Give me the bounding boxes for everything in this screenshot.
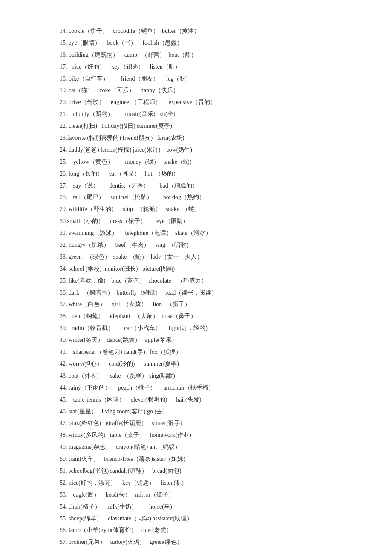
list-item: 33. green （绿色） snake （蛇） lady（女士，夫人） [60,251,341,263]
list-item: 19. cat（猫） coke（可乐） happy（快乐） [60,85,341,96]
list-item: 39. radio（收音机） car（小汽车） light(灯，轻的) [60,323,341,334]
list-item: 41. sharpener（卷笔刀) hand(手) fox（狐狸） [60,347,341,358]
list-item: 30.small（小的） dress（裙子） eye（眼睛） [60,216,341,227]
list-item: 44. rainy（下雨的） peach（桃子） armchair（扶手椅） [60,382,341,393]
list-item: 42. worry(担心） cold(冷的) summer(夏季) [60,358,341,370]
list-item: 53. eagle(鹰） head(头） mirror（镜子） [60,489,341,500]
list-item: 34. school (学校) monitor(班长) picture(图画) [60,263,341,275]
list-item: 14. cookie（饼干） crocodile（鳄鱼） butter（黄油） [60,26,341,37]
list-item: 31. swimming（游泳） telephone（电话） skate（滑冰） [60,228,341,239]
list-item: 52. nice(好的，漂亮） key（钥匙） listen(听) [60,477,341,489]
list-item: 47. pink(粉红色) giraffe(长颈鹿） singer(歌手) [60,418,341,429]
list-item: 20. drive（驾驶） engineer（工程师） expensive（贵的… [60,97,341,108]
list-item: 37. white（白色） girl （女孩） lion （狮子） [60,299,341,310]
list-item: 49. magazine(杂志） crayon(蜡笔) ant（蚂蚁） [60,442,341,453]
list-item: 56. lamb（小羊)gym(体育馆） tiger(老虎） [60,525,341,536]
list-item: 25. yellow（黄色） money（钱） snake（蛇） [60,156,341,168]
list-item: 29. wildlife（野生的） ship （轮船） snake （蛇） [60,204,341,215]
list-item: 38. pen（钢笔） elephant （大象） nose（鼻子） [60,311,341,322]
list-item: 17. nice（好的） key（钥匙） listen（听） [60,61,341,72]
list-item: 22. clean(打扫) holiday(假日) summer(夏季) [60,121,341,132]
list-item: 50. train(火车） French-fries（薯条)sister（姐妹） [60,454,341,465]
list-item: 26. long（长的） ear（耳朵） hot （热的） [60,168,341,179]
list-item: 21. cloudy（阴的） music(音乐) sit(坐) [60,109,341,120]
list-item: 36. dark （黑暗的） butterfly（蝴蝶） read（读书，阅读） [60,287,341,298]
list-item: 16. building（建筑物） camp （野营） boat（船） [60,49,341,61]
list-item: 43. coat（外衣） cake （蛋糕） sing(唱歌) [60,370,341,382]
main-content: 14. cookie（饼干） crocodile（鳄鱼） butter（黄油）1… [0,0,392,555]
list-item: 51. schoolbag(书包) sandals(凉鞋） bread(面包) [60,465,341,477]
list-item: 57. brother(兄弟） turkey(火鸡） green(绿色） [60,537,341,548]
list-item: 24. daddy(爸爸) lemon(柠檬) juice(果汁) cow(奶牛… [60,145,341,156]
list-item: 46. star(星星） living room(客厅) go (去） [60,406,341,417]
list-item: 35. like(喜欢，像) blue（蓝色） chocolate （巧克力） [60,275,341,286]
list-item: 32. hungry（饥饿） beef（牛肉） sing （唱歌） [60,240,341,251]
list-item: 54. chair(椅子） milk(牛奶） horse(马) [60,501,341,512]
list-item: 55. sheep(绵羊） classmate（同学) assistant(助理… [60,513,341,524]
list-item: 48. windy(多风的) table（桌子） homework(作业) [60,430,341,441]
list-item: 28. tail（尾巴） squirrel（松鼠） hot dog（热狗） [60,192,341,203]
list-item: 27. say（说） dentist（牙医） bad（糟糕的） [60,180,341,191]
list-item: 45. table-tennis（网球） clever(聪明的) hair(头发… [60,394,341,405]
list-item: 23.favorite (特别喜爱的) friend(朋友) farm(农场) [60,133,341,144]
list-item: 15. eye（眼睛） book（书） foolish（愚蠢） [60,38,341,49]
list-item: 40. winter(冬天） dance(跳舞） apple(苹果) [60,335,341,346]
list-item: 18. bike（自行车） friend（朋友） leg（腿） [60,73,341,84]
